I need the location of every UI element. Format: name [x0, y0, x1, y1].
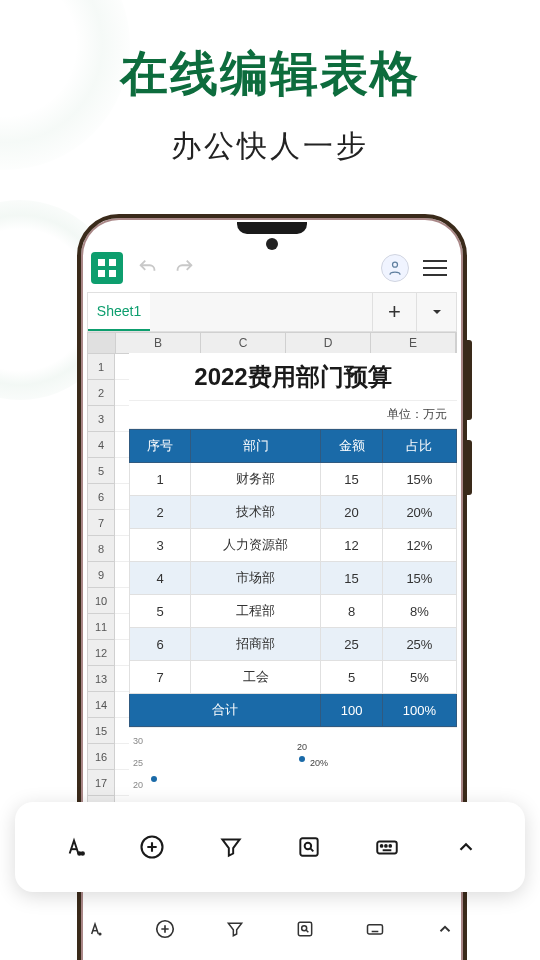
table-cell[interactable]: 工会	[191, 661, 321, 694]
chevron-up-icon[interactable]	[452, 833, 480, 861]
table-row: 2技术部2020%	[130, 496, 457, 529]
table-cell[interactable]: 5%	[382, 661, 456, 694]
table-cell[interactable]: 4	[130, 562, 191, 595]
chevron-up-icon[interactable]	[434, 918, 456, 940]
col-header[interactable]: C	[201, 333, 286, 353]
row-header[interactable]: 11	[87, 614, 115, 640]
row-header[interactable]: 2	[87, 380, 115, 406]
col-header[interactable]: E	[371, 333, 456, 353]
row-header[interactable]: 17	[87, 770, 115, 796]
budget-table: 序号部门金额占比 1财务部1515%2技术部2020%3人力资源部1212%4市…	[129, 429, 457, 727]
keyboard-icon[interactable]	[373, 833, 401, 861]
add-icon[interactable]	[138, 833, 166, 861]
table-cell[interactable]: 25	[321, 628, 382, 661]
table-cell[interactable]: 工程部	[191, 595, 321, 628]
table-cell[interactable]: 5	[130, 595, 191, 628]
svg-point-5	[78, 852, 81, 855]
table-cell[interactable]: 7	[130, 661, 191, 694]
chart-ytick: 25	[133, 758, 143, 768]
table-cell[interactable]: 人力资源部	[191, 529, 321, 562]
chart-ytick: 20	[133, 780, 143, 790]
font-icon[interactable]	[84, 918, 106, 940]
table-cell[interactable]: 12	[321, 529, 382, 562]
table-cell[interactable]: 招商部	[191, 628, 321, 661]
add-icon[interactable]	[154, 918, 176, 940]
row-header[interactable]: 10	[87, 588, 115, 614]
row-header[interactable]: 4	[87, 432, 115, 458]
table-header: 序号	[130, 430, 191, 463]
add-sheet-button[interactable]: +	[372, 293, 416, 331]
table-header: 金额	[321, 430, 382, 463]
sheet-tab-1[interactable]: Sheet1	[88, 293, 150, 331]
table-cell[interactable]: 2	[130, 496, 191, 529]
table-cell[interactable]: 5	[321, 661, 382, 694]
row-header[interactable]: 5	[87, 458, 115, 484]
sheet-tabs-empty	[150, 293, 372, 331]
svg-rect-16	[298, 922, 311, 935]
row-header[interactable]: 6	[87, 484, 115, 510]
undo-icon[interactable]	[137, 257, 159, 279]
svg-rect-1	[109, 259, 116, 266]
row-header[interactable]: 13	[87, 666, 115, 692]
sheet-dropdown-icon[interactable]	[416, 293, 456, 331]
row-header[interactable]: 7	[87, 510, 115, 536]
table-cell[interactable]: 100%	[382, 694, 456, 727]
promo-subtitle: 办公快人一步	[0, 126, 540, 167]
font-icon[interactable]	[60, 833, 88, 861]
row-header[interactable]: 1	[87, 354, 115, 380]
table-cell[interactable]: 15	[321, 463, 382, 496]
row-header[interactable]: 15	[87, 718, 115, 744]
table-cell[interactable]: 12%	[382, 529, 456, 562]
row-header[interactable]: 16	[87, 744, 115, 770]
sheet-tabs-bar: Sheet1 +	[87, 292, 457, 332]
chart-point	[151, 776, 157, 782]
filter-icon[interactable]	[217, 833, 245, 861]
menu-icon[interactable]	[423, 255, 447, 281]
svg-rect-10	[378, 842, 398, 854]
col-header[interactable]: D	[286, 333, 371, 353]
col-header[interactable]: B	[116, 333, 201, 353]
table-cell[interactable]: 20	[321, 496, 382, 529]
redo-icon[interactable]	[173, 257, 195, 279]
table-cell[interactable]: 3	[130, 529, 191, 562]
table-cell[interactable]: 15%	[382, 463, 456, 496]
table-cell[interactable]: 8	[321, 595, 382, 628]
table-cell[interactable]: 6	[130, 628, 191, 661]
table-cell[interactable]: 8%	[382, 595, 456, 628]
table-cell[interactable]: 20%	[382, 496, 456, 529]
table-header: 占比	[382, 430, 456, 463]
phone-side-button	[466, 440, 472, 495]
svg-point-14	[99, 933, 101, 935]
row-header[interactable]: 8	[87, 536, 115, 562]
filter-icon[interactable]	[224, 918, 246, 940]
table-row: 6招商部2525%	[130, 628, 457, 661]
avatar-icon[interactable]	[381, 254, 409, 282]
app-grid-button[interactable]	[91, 252, 123, 284]
row-header[interactable]: 9	[87, 562, 115, 588]
table-cell[interactable]: 1	[130, 463, 191, 496]
svg-rect-8	[300, 838, 317, 855]
row-header[interactable]: 3	[87, 406, 115, 432]
search-icon[interactable]	[295, 833, 323, 861]
search-icon[interactable]	[294, 918, 316, 940]
app-topbar	[91, 248, 453, 288]
chart-point	[299, 756, 305, 762]
table-cell[interactable]: 合计	[130, 694, 321, 727]
row-header[interactable]: 14	[87, 692, 115, 718]
table-cell[interactable]: 15	[321, 562, 382, 595]
chart-point-label: 20%	[310, 758, 328, 768]
table-cell[interactable]: 100	[321, 694, 382, 727]
table-cell[interactable]: 市场部	[191, 562, 321, 595]
table-cell[interactable]: 技术部	[191, 496, 321, 529]
svg-point-13	[390, 845, 392, 847]
svg-rect-0	[98, 259, 105, 266]
grid-corner[interactable]	[88, 333, 116, 353]
row-header[interactable]: 12	[87, 640, 115, 666]
svg-point-6	[82, 852, 85, 855]
table-row: 5工程部88%	[130, 595, 457, 628]
keyboard-icon[interactable]	[364, 918, 386, 940]
table-cell[interactable]: 25%	[382, 628, 456, 661]
table-cell[interactable]: 财务部	[191, 463, 321, 496]
column-headers: BCDE	[87, 332, 457, 354]
table-cell[interactable]: 15%	[382, 562, 456, 595]
